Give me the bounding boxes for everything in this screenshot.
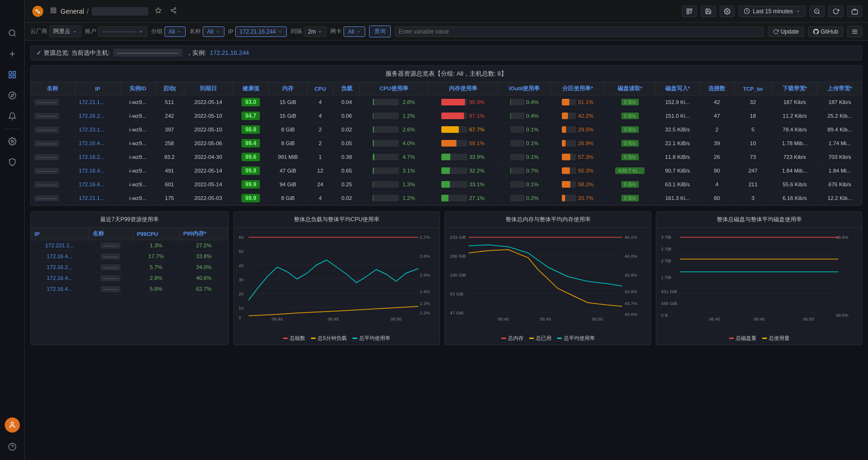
sidebar-item-user[interactable] (5, 417, 20, 433)
cell-conn-5: 90 (700, 164, 734, 178)
p99-cpu-0: 1.3% (133, 240, 179, 251)
table-row[interactable]: ————172.21.1...i-wz9...1752022-05-0399.9… (31, 191, 862, 205)
cell-start-7: 175 (155, 191, 184, 205)
ip-select[interactable]: 172.21.16.244 (235, 26, 287, 37)
toolbar: 云厂商 阿里云 账户 —————— 分组 All 名称 All IP 172.2… (25, 23, 868, 41)
svg-rect-15 (51, 8, 53, 10)
cloud-label: 云厂商 (30, 27, 47, 35)
time-range-btn[interactable]: Last 15 minutes (739, 6, 806, 17)
name-select[interactable]: All (203, 26, 224, 37)
github-btn[interactable]: GitHub (808, 26, 843, 37)
col-header-14[interactable]: 磁盘写入* (655, 82, 700, 95)
cloud-select[interactable]: 阿里云 (49, 26, 81, 37)
col-header-4[interactable]: 到期日 (184, 82, 232, 95)
cell-cpupct-7: 1.2% (360, 191, 428, 205)
group-select[interactable]: All (164, 26, 186, 37)
col-header-10[interactable]: 内存使用率 (428, 82, 498, 95)
sidebar-item-shield[interactable] (3, 153, 22, 172)
p99-cpu-4: 5.6% (133, 284, 179, 295)
cell-load-6: 0.25 (334, 178, 360, 191)
p99-table: IP名称P99CPUP99内存* 172.221.1... ——— 1.3% 2… (31, 228, 228, 295)
cell-load-5: 0.65 (334, 164, 360, 178)
col-header-15[interactable]: 连接数 (700, 82, 734, 95)
table-row[interactable]: ————172.23.1...i-wz9...3972022-05-1098.8… (31, 123, 862, 137)
cell-name-2: ———— (31, 123, 75, 137)
p99-mem-2: 34.0% (179, 262, 228, 273)
share-icon[interactable] (168, 5, 179, 17)
table-row[interactable]: ————172.16.4...i-wz9...6012022-05-1499.9… (31, 178, 862, 191)
p99-row[interactable]: 172.16.4... ——— 5.6% 62.7% (31, 284, 228, 295)
cell-diskread-5: 439.7 Ki... (605, 164, 655, 178)
p99-col-3[interactable]: P99内存* (179, 228, 228, 240)
table-row[interactable]: ————172.16.4...i-wz9...4912022-05-1499.8… (31, 164, 862, 178)
p99-mem-0: 27.2% (179, 240, 228, 251)
col-header-1[interactable]: IP (75, 82, 120, 95)
chart3-container: 3 TiB 2 TiB 2 TiB 1 TiB 931 GiB 466 GiB … (656, 228, 862, 332)
tv-mode-btn[interactable] (847, 6, 862, 17)
p99-col-0[interactable]: IP (31, 228, 89, 240)
add-panel-btn[interactable] (682, 6, 697, 17)
cell-ul-3: 1.74 Mi... (817, 137, 862, 150)
table-row[interactable]: ————172.21.1...i-wz9...5112022-05-1493.0… (31, 95, 862, 109)
save-btn[interactable] (701, 6, 716, 17)
cell-mempct-6: 33.1% (428, 178, 498, 191)
cell-diskread-2: 0 B/s (605, 123, 655, 137)
breadcrumb-title[interactable]: General (60, 8, 84, 15)
p99-col-2[interactable]: P99CPU (133, 228, 179, 240)
nav-right: Last 15 minutes (682, 6, 862, 17)
col-header-12[interactable]: 分区使用率* (551, 82, 605, 95)
cell-tcptw-0: 32 (734, 95, 772, 109)
cell-tcptw-4: 73 (734, 150, 772, 164)
variable-input[interactable] (395, 26, 764, 37)
col-header-9[interactable]: CPU使用率 (360, 82, 428, 95)
table-row[interactable]: ————172.26.2...i-wz9...2422022-05-1094.7… (31, 109, 862, 123)
col-header-13[interactable]: 磁盘读取* (605, 82, 655, 95)
menu-btn[interactable] (847, 26, 862, 37)
col-header-11[interactable]: IOutil使用率 (498, 82, 551, 95)
p99-row[interactable]: 172.221.1... ——— 1.3% 27.2% (31, 240, 228, 251)
sidebar-item-alerts[interactable] (3, 107, 22, 126)
col-header-8[interactable]: 负载 (334, 82, 360, 95)
col-header-2[interactable]: 实例ID (120, 82, 155, 95)
grid-icon (50, 7, 57, 15)
cell-expire-1: 2022-05-10 (184, 109, 232, 123)
p99-name-3: ——— (89, 273, 133, 284)
query-btn[interactable]: 查询 (369, 26, 391, 37)
cell-diskwrite-1: 151.0 Ki... (655, 109, 700, 123)
update-btn[interactable]: Update (768, 26, 804, 37)
col-header-17[interactable]: 下载带宽* (772, 82, 817, 95)
account-select[interactable]: —————— (98, 26, 147, 37)
col-header-16[interactable]: TCP_tw (734, 82, 772, 95)
settings-nav-btn[interactable] (720, 6, 735, 17)
col-header-6[interactable]: 内存 (269, 82, 307, 95)
nic-select[interactable]: All (344, 26, 365, 37)
col-header-0[interactable]: 名称 (31, 82, 75, 95)
col-header-5[interactable]: 健康值 (232, 82, 269, 95)
sidebar-item-explore[interactable] (3, 86, 22, 105)
col-header-7[interactable]: CPU (307, 82, 334, 95)
sidebar-item-settings[interactable] (3, 132, 22, 151)
zoom-out-btn[interactable] (809, 6, 825, 17)
col-header-3[interactable]: 启动( (155, 82, 184, 95)
p99-row[interactable]: 172.16.2... ——— 5.7% 34.0% (31, 262, 228, 273)
cell-ul-2: 89.4 Kib... (817, 123, 862, 137)
sidebar-item-add[interactable] (3, 44, 22, 63)
interval-select[interactable]: 2m (304, 26, 327, 37)
table-row[interactable]: ————172.16.2...i-wz9...93.22022-04-3099.… (31, 150, 862, 164)
p99-row[interactable]: 172.16.4... ——— 17.7% 33.8% (31, 251, 228, 262)
col-header-18[interactable]: 上传带宽* (817, 82, 862, 95)
refresh-btn[interactable] (828, 6, 843, 17)
sidebar-item-search[interactable] (3, 24, 22, 43)
svg-text:3 TiB: 3 TiB (661, 235, 671, 240)
cell-tcptw-7: 3 (734, 191, 772, 205)
account-value: —————— (103, 28, 137, 35)
table-row[interactable]: ————172.16.4...i-wz9...2582022-05-0699.4… (31, 137, 862, 150)
star-icon[interactable] (153, 5, 163, 17)
p99-row[interactable]: 172.16.4... ——— 2.8% 40.6% (31, 273, 228, 284)
svg-marker-19 (155, 8, 161, 13)
sidebar-item-help[interactable] (3, 437, 22, 456)
sidebar-item-dashboard[interactable] (3, 65, 22, 84)
legend-avg-cpu: 总平均使用率 (352, 335, 390, 342)
cell-diskwrite-6: 63.1 KiB/s (655, 178, 700, 191)
p99-col-1[interactable]: 名称 (89, 228, 133, 240)
